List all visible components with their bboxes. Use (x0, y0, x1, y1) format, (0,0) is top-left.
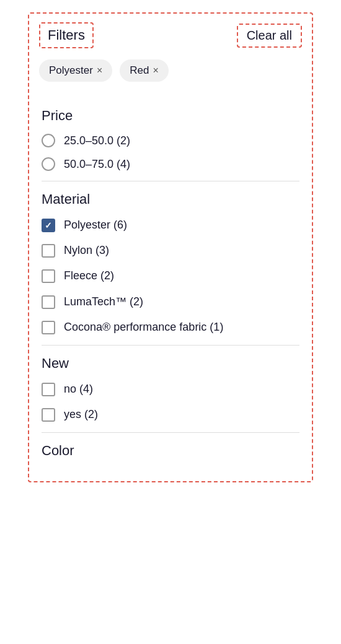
filter-sections: Price 25.0–50.0 (2) 50.0–75.0 (4) Materi… (29, 92, 312, 481)
material-option-polyester[interactable]: ✓ Polyester (6) (42, 217, 299, 233)
material-checkbox-polyester[interactable]: ✓ (42, 219, 55, 232)
new-option-no-label: no (4) (64, 381, 93, 397)
new-option-yes[interactable]: yes (2) (42, 407, 299, 422)
price-section-title: Price (42, 108, 299, 124)
material-option-nylon-label: Nylon (3) (64, 243, 109, 258)
material-option-lumatech-label: LumaTech™ (2) (64, 294, 143, 310)
new-checkbox-no[interactable] (42, 383, 55, 396)
new-section: New no (4) yes (2) (42, 355, 299, 422)
material-checkbox-lumatech[interactable] (42, 295, 55, 309)
price-option-2-label: 50.0–75.0 (4) (64, 158, 130, 171)
new-option-yes-label: yes (2) (64, 407, 98, 422)
material-checkbox-cocona[interactable] (42, 321, 55, 334)
chip-red[interactable]: Red × (120, 59, 169, 82)
price-option-1-label: 25.0–50.0 (2) (64, 134, 130, 147)
material-divider (42, 345, 299, 346)
filters-header: Filters Clear all (29, 14, 312, 54)
price-radio-1[interactable] (42, 134, 55, 147)
chip-red-remove-icon: × (153, 65, 158, 76)
active-filters-chips: Polyester × Red × (29, 54, 312, 92)
chip-polyester[interactable]: Polyester × (39, 59, 112, 82)
color-section: Color (42, 443, 299, 459)
material-option-cocona-label: Cocona® performance fabric (1) (64, 320, 223, 335)
material-checkbox-fleece[interactable] (42, 269, 55, 283)
chip-polyester-remove-icon: × (97, 65, 102, 76)
price-divider (42, 181, 299, 181)
price-section: Price 25.0–50.0 (2) 50.0–75.0 (4) (42, 108, 299, 171)
material-checkbox-nylon[interactable] (42, 244, 55, 258)
material-option-fleece-label: Fleece (2) (64, 268, 114, 284)
material-section: Material ✓ Polyester (6) Nylon (3) Fleec… (42, 191, 299, 335)
material-section-title: Material (42, 191, 299, 207)
material-option-lumatech[interactable]: LumaTech™ (2) (42, 294, 299, 310)
price-radio-2[interactable] (42, 157, 55, 171)
material-option-fleece[interactable]: Fleece (2) (42, 268, 299, 284)
color-section-title: Color (42, 443, 299, 459)
material-option-cocona[interactable]: Cocona® performance fabric (1) (42, 320, 299, 335)
checkmark-icon: ✓ (45, 221, 52, 230)
chip-red-label: Red (130, 64, 149, 77)
price-option-2[interactable]: 50.0–75.0 (4) (42, 157, 299, 171)
new-option-no[interactable]: no (4) (42, 381, 299, 397)
material-option-polyester-label: Polyester (6) (64, 217, 127, 233)
filters-title: Filters (39, 22, 94, 48)
material-option-nylon[interactable]: Nylon (3) (42, 243, 299, 258)
clear-all-button[interactable]: Clear all (237, 24, 302, 48)
new-divider (42, 432, 299, 433)
new-checkbox-yes[interactable] (42, 408, 55, 422)
new-section-title: New (42, 355, 299, 372)
filters-panel: Filters Clear all Polyester × Red × Pric… (28, 12, 313, 482)
chip-polyester-label: Polyester (49, 64, 93, 77)
price-option-1[interactable]: 25.0–50.0 (2) (42, 134, 299, 147)
